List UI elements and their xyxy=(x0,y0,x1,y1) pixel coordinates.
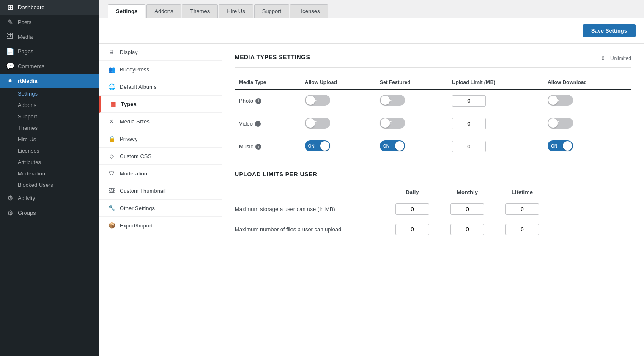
settings-header: Save Settings xyxy=(99,18,644,44)
save-button[interactable]: Save Settings xyxy=(583,24,636,37)
music-allow-upload-toggle[interactable]: ON xyxy=(305,140,330,151)
video-set-featured-knob xyxy=(381,118,390,128)
settings-nav-media-sizes[interactable]: ✕ Media Sizes xyxy=(99,113,222,130)
sidebar-item-dashboard[interactable]: ⊞ Dashboard xyxy=(0,0,99,15)
tab-support[interactable]: Support xyxy=(254,4,290,18)
video-info-icon[interactable]: i xyxy=(255,121,261,127)
col-allow-upload: Allow Upload xyxy=(301,76,375,89)
settings-sub-label: Settings xyxy=(18,90,38,97)
video-allow-download-toggle[interactable]: OFF xyxy=(548,118,573,129)
default-albums-nav-icon: 🌐 xyxy=(108,83,115,90)
unlimited-hint: 0 = Unlimited xyxy=(602,55,631,61)
settings-nav-buddypress[interactable]: 👥 BuddyPress xyxy=(99,61,222,78)
other-settings-nav-label: Other Settings xyxy=(120,205,155,211)
sidebar-sub-item-attributes[interactable]: Attributes xyxy=(0,156,99,168)
max-files-monthly-input[interactable] xyxy=(450,224,484,235)
other-settings-nav-icon: 🔧 xyxy=(108,205,115,211)
settings-nav-default-albums[interactable]: 🌐 Default Albums xyxy=(99,78,222,96)
max-storage-monthly-input[interactable] xyxy=(450,203,484,215)
sidebar-item-label: Pages xyxy=(18,48,33,55)
music-set-featured-toggle[interactable]: ON xyxy=(380,140,405,151)
music-allow-download-label: ON xyxy=(551,144,557,148)
settings-nav-custom-thumbnail[interactable]: 🖼 Custom Thumbnail xyxy=(99,182,222,200)
music-allow-upload-label: ON xyxy=(308,144,315,148)
privacy-nav-label: Privacy xyxy=(120,136,138,142)
sidebar-item-posts[interactable]: ✎ Posts xyxy=(0,15,99,30)
sidebar-item-comments[interactable]: 💬 Comments xyxy=(0,59,99,74)
sidebar-sub-item-licenses[interactable]: Licenses xyxy=(0,145,99,156)
sidebar-item-rtmedia[interactable]: ● rtMedia xyxy=(0,74,99,88)
sidebar-item-activity[interactable]: ⚙ Activity xyxy=(0,191,99,205)
media-icon: 🖼 xyxy=(6,33,14,41)
export-import-nav-label: Export/Import xyxy=(120,222,153,229)
tab-licenses[interactable]: Licenses xyxy=(290,4,328,18)
sidebar-sub-item-support[interactable]: Support xyxy=(0,111,99,122)
settings-nav-other-settings[interactable]: 🔧 Other Settings xyxy=(99,200,222,217)
rtmedia-icon: ● xyxy=(6,77,14,85)
photo-set-featured-toggle[interactable]: OFF xyxy=(380,95,405,106)
sidebar-sub-item-settings[interactable]: Settings xyxy=(0,88,99,99)
limits-col-lifetime: Lifetime xyxy=(497,189,548,195)
custom-css-nav-icon: ◇ xyxy=(108,153,115,159)
settings-nav-display[interactable]: 🖥 Display xyxy=(99,44,222,61)
table-row: Video i OFF xyxy=(235,112,631,135)
sidebar-item-label: Comments xyxy=(18,63,44,69)
media-type-photo: Photo i xyxy=(235,89,301,112)
settings-nav-types[interactable]: ▦ Types xyxy=(99,96,222,113)
types-nav-label: Types xyxy=(121,101,137,107)
display-nav-label: Display xyxy=(120,49,138,55)
music-set-featured-knob xyxy=(395,141,404,151)
settings-nav-privacy[interactable]: 🔒 Privacy xyxy=(99,130,222,148)
photo-info-icon[interactable]: i xyxy=(255,98,261,104)
hire-us-sub-label: Hire Us xyxy=(18,136,36,142)
sidebar-item-pages[interactable]: 📄 Pages xyxy=(0,44,99,59)
sidebar-sub-item-addons[interactable]: Addons xyxy=(0,99,99,111)
settings-nav-export-import[interactable]: 📦 Export/Import xyxy=(99,217,222,234)
sidebar-sub-item-themes[interactable]: Themes xyxy=(0,122,99,134)
sidebar-item-label: Media xyxy=(18,34,33,40)
max-files-daily-input[interactable] xyxy=(395,224,429,235)
music-upload-limit-input[interactable] xyxy=(452,141,486,152)
max-storage-daily-input[interactable] xyxy=(395,203,429,215)
tab-hire-us[interactable]: Hire Us xyxy=(219,4,253,18)
limits-data-row: Maximum number of files a user can uploa… xyxy=(235,219,631,239)
sidebar-sub-item-hire-us[interactable]: Hire Us xyxy=(0,134,99,145)
max-storage-lifetime-input[interactable] xyxy=(505,203,539,215)
panel-content: MEDIA TYPES SETTINGS 0 = Unlimited Media… xyxy=(222,44,644,249)
tab-addons[interactable]: Addons xyxy=(146,4,181,18)
sidebar: ⊞ Dashboard ✎ Posts 🖼 Media 📄 Pages 💬 Co… xyxy=(0,0,99,356)
licenses-sub-label: Licenses xyxy=(18,148,39,154)
content-area: 🖥 Display 👥 BuddyPress 🌐 Default Albums … xyxy=(99,44,644,356)
tab-settings[interactable]: Settings xyxy=(108,4,145,18)
video-upload-limit-input[interactable] xyxy=(452,118,486,129)
support-sub-label: Support xyxy=(18,113,37,120)
tab-themes[interactable]: Themes xyxy=(182,4,218,18)
limits-col-monthly: Monthly xyxy=(442,189,493,195)
col-upload-limit: Upload Limit (MB) xyxy=(448,76,543,89)
photo-upload-limit-input[interactable] xyxy=(452,95,486,107)
buddypress-nav-label: BuddyPress xyxy=(120,66,149,73)
tabs-bar: Settings Addons Themes Hire Us Support L… xyxy=(99,0,644,18)
sidebar-sub-item-moderation[interactable]: Moderation xyxy=(0,168,99,179)
music-allow-download-toggle[interactable]: ON xyxy=(548,140,573,151)
sidebar-item-groups[interactable]: ⚙ Groups xyxy=(0,205,99,220)
moderation-nav-icon: 🛡 xyxy=(108,170,115,177)
video-set-featured-toggle[interactable]: OFF xyxy=(380,118,405,129)
photo-allow-upload-toggle[interactable]: OFF xyxy=(305,95,330,106)
music-info-icon[interactable]: i xyxy=(255,144,261,150)
settings-nav-custom-css[interactable]: ◇ Custom CSS xyxy=(99,148,222,165)
sidebar-sub-item-blocked-users[interactable]: Blocked Users xyxy=(0,179,99,191)
sidebar-item-label: rtMedia xyxy=(18,78,37,84)
addons-sub-label: Addons xyxy=(18,102,36,108)
media-sizes-nav-icon: ✕ xyxy=(108,118,115,125)
table-row: Photo i OFF xyxy=(235,89,631,112)
sidebar-item-media[interactable]: 🖼 Media xyxy=(0,30,99,44)
max-files-lifetime-input[interactable] xyxy=(505,224,539,235)
media-type-music: Music i xyxy=(235,135,301,158)
settings-nav-moderation[interactable]: 🛡 Moderation xyxy=(99,165,222,182)
video-allow-upload-toggle[interactable]: OFF xyxy=(305,118,330,129)
settings-sidebar: 🖥 Display 👥 BuddyPress 🌐 Default Albums … xyxy=(99,44,222,356)
moderation-sub-label: Moderation xyxy=(18,170,45,177)
comments-icon: 💬 xyxy=(6,62,14,70)
photo-allow-download-toggle[interactable]: OFF xyxy=(548,95,573,106)
